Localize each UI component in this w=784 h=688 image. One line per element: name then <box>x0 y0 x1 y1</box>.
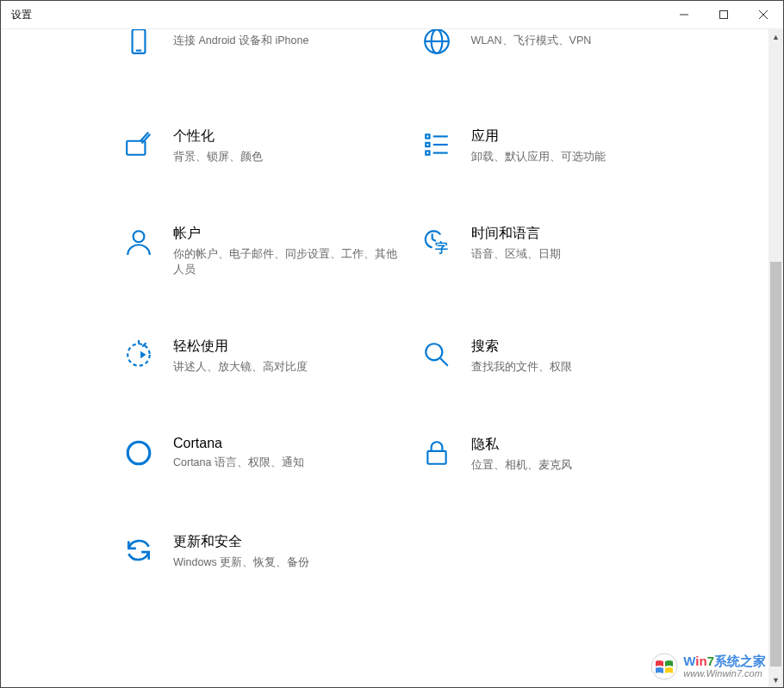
titlebar: 设置 <box>1 1 783 29</box>
watermark-logo-icon <box>650 653 678 680</box>
category-desc: Windows 更新、恢复、备份 <box>173 555 309 570</box>
category-title: 帐户 <box>173 225 397 243</box>
watermark-url: www.Winwin7.com <box>683 668 766 679</box>
category-title: 轻松使用 <box>173 338 308 356</box>
svg-line-23 <box>440 359 448 367</box>
search-icon <box>420 338 454 372</box>
category-desc: 连接 Android 设备和 iPhone <box>173 33 308 48</box>
category-cortana[interactable]: Cortana Cortana 语言、权限、通知 <box>121 436 397 473</box>
svg-rect-25 <box>427 450 445 463</box>
settings-grid-scroll: 手机 连接 Android 设备和 iPhone <box>1 29 768 687</box>
empty-cell <box>420 533 718 570</box>
scroll-up-arrow[interactable]: ▲ <box>768 29 783 44</box>
content: 手机 连接 Android 设备和 iPhone <box>1 29 783 687</box>
category-apps[interactable]: 应用 卸载、默认应用、可选功能 <box>420 127 695 164</box>
category-search[interactable]: 搜索 查找我的文件、权限 <box>420 338 695 375</box>
sync-icon <box>121 533 156 567</box>
apps-list-icon <box>420 127 454 162</box>
cortana-icon <box>121 436 156 470</box>
time-language-icon: 字 <box>420 225 454 259</box>
category-title: 应用 <box>471 127 606 146</box>
category-phone[interactable]: 手机 连接 Android 设备和 iPhone <box>121 33 397 67</box>
category-desc: 背景、锁屏、颜色 <box>173 149 263 164</box>
svg-point-26 <box>651 654 677 679</box>
vertical-scrollbar[interactable]: ▲ ▼ <box>768 29 783 687</box>
category-desc: 查找我的文件、权限 <box>471 359 572 375</box>
svg-point-20 <box>128 344 150 367</box>
svg-rect-14 <box>426 151 429 154</box>
category-title: 更新和安全 <box>173 533 309 551</box>
category-title: 搜索 <box>471 338 572 356</box>
phone-icon <box>121 33 156 67</box>
category-desc: Cortana 语言、权限、通知 <box>173 455 304 470</box>
category-ease-of-access[interactable]: 轻松使用 讲述人、放大镜、高对比度 <box>121 338 397 375</box>
scroll-down-arrow[interactable]: ▼ <box>768 673 783 687</box>
scroll-thumb[interactable] <box>770 262 781 666</box>
svg-text:字: 字 <box>434 240 447 255</box>
close-button[interactable] <box>744 1 783 28</box>
maximize-button[interactable] <box>704 1 744 28</box>
ease-icon <box>121 338 156 372</box>
category-title: Cortana <box>173 436 304 451</box>
paintbrush-icon <box>121 127 156 162</box>
svg-point-22 <box>426 344 442 361</box>
minimize-button[interactable] <box>664 1 704 28</box>
lock-icon <box>420 436 454 470</box>
category-desc: 你的帐户、电子邮件、同步设置、工作、其他人员 <box>173 246 397 277</box>
category-title: 时间和语言 <box>471 225 561 243</box>
window-title: 设置 <box>11 8 32 22</box>
category-update-security[interactable]: 更新和安全 Windows 更新、恢复、备份 <box>121 533 397 570</box>
category-time-language[interactable]: 字 时间和语言 语音、区域、日期 <box>420 225 695 277</box>
person-icon <box>121 225 156 259</box>
globe-icon <box>420 33 454 67</box>
settings-grid: 手机 连接 Android 设备和 iPhone <box>1 29 768 570</box>
svg-rect-10 <box>426 134 429 138</box>
category-desc: WLAN、飞行模式、VPN <box>471 33 592 48</box>
settings-window: 设置 <box>0 0 784 688</box>
watermark-title: Win7系统之家 <box>683 654 766 669</box>
svg-marker-21 <box>140 351 146 359</box>
svg-rect-1 <box>720 11 728 19</box>
category-title: 隐私 <box>471 436 572 454</box>
category-title: 个性化 <box>173 127 263 146</box>
svg-point-16 <box>134 231 145 242</box>
category-desc: 位置、相机、麦克风 <box>471 457 572 473</box>
category-desc: 讲述人、放大镜、高对比度 <box>173 359 308 375</box>
svg-rect-12 <box>426 143 429 146</box>
category-desc: 卸载、默认应用、可选功能 <box>471 149 606 164</box>
svg-point-24 <box>128 442 150 464</box>
window-controls <box>664 1 783 28</box>
watermark: Win7系统之家 www.Winwin7.com <box>650 653 766 680</box>
category-personalization[interactable]: 个性化 背景、锁屏、颜色 <box>121 127 397 164</box>
category-network[interactable]: 网络和 Internet WLAN、飞行模式、VPN <box>420 33 695 67</box>
category-desc: 语音、区域、日期 <box>471 246 561 262</box>
category-accounts[interactable]: 帐户 你的帐户、电子邮件、同步设置、工作、其他人员 <box>121 225 397 277</box>
category-privacy[interactable]: 隐私 位置、相机、麦克风 <box>420 436 695 473</box>
